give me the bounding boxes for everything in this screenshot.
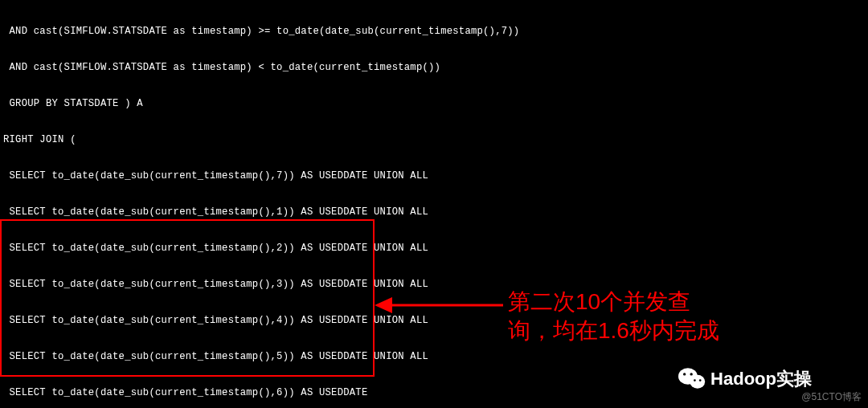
watermark-logo: Hadoop实操 bbox=[678, 366, 812, 390]
code-line: RIGHT JOIN ( bbox=[3, 134, 865, 146]
credit-text: @51CTO博客 bbox=[801, 391, 862, 403]
code-line: SELECT to_date(date_sub(current_timestam… bbox=[3, 206, 865, 218]
code-line: AND cast(SIMFLOW.STATSDATE as timestamp)… bbox=[3, 26, 865, 38]
code-line: SELECT to_date(date_sub(current_timestam… bbox=[3, 279, 865, 291]
svg-point-3 bbox=[690, 375, 706, 389]
watermark-text: Hadoop实操 bbox=[710, 373, 812, 385]
code-line: SELECT to_date(date_sub(current_timestam… bbox=[3, 170, 865, 182]
code-line: SELECT to_date(date_sub(current_timestam… bbox=[3, 351, 865, 363]
svg-point-4 bbox=[683, 373, 686, 375]
svg-point-7 bbox=[699, 379, 702, 381]
code-line: AND cast(SIMFLOW.STATSDATE as timestamp)… bbox=[3, 62, 865, 74]
code-line: SELECT to_date(date_sub(current_timestam… bbox=[3, 243, 865, 255]
code-line: SELECT to_date(date_sub(current_timestam… bbox=[3, 315, 865, 327]
wechat-icon bbox=[678, 366, 706, 390]
svg-point-5 bbox=[690, 373, 693, 375]
svg-point-6 bbox=[694, 379, 696, 381]
terminal-output[interactable]: AND cast(SIMFLOW.STATSDATE as timestamp)… bbox=[0, 0, 868, 408]
code-line: GROUP BY STATSDATE ) A bbox=[3, 98, 865, 110]
